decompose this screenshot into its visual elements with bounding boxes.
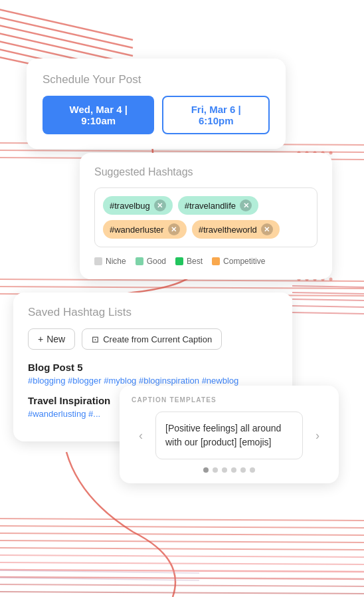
svg-line-18	[0, 519, 364, 521]
new-button-label: New	[46, 334, 65, 344]
legend-dot-best	[175, 257, 183, 265]
legend-niche: Niche	[94, 257, 126, 266]
legend-competitive: Competitive	[212, 257, 265, 266]
legend-good: Good	[136, 257, 166, 266]
caption-label: CAPTION TEMPLATES	[132, 396, 327, 404]
svg-line-24	[0, 562, 364, 564]
legend-label-good: Good	[147, 257, 166, 266]
svg-point-40	[329, 278, 333, 281]
svg-line-29	[0, 570, 199, 573]
caption-prev-button[interactable]: ‹	[132, 426, 150, 445]
pagination-dot-3[interactable]	[222, 467, 227, 473]
hashtag-remove-button[interactable]: ✕	[261, 223, 273, 235]
caption-next-button[interactable]: ›	[308, 426, 327, 445]
hashtag-text: #traveltheworld	[199, 225, 257, 235]
list-item-count: 5	[77, 362, 82, 373]
new-list-button[interactable]: + New	[28, 328, 75, 350]
svg-line-2	[0, 23, 133, 56]
legend-label-niche: Niche	[106, 257, 126, 266]
svg-line-16	[292, 306, 364, 307]
svg-line-10	[0, 279, 364, 281]
svg-line-14	[292, 293, 364, 294]
svg-line-17	[292, 312, 364, 314]
svg-line-13	[292, 286, 364, 287]
hashtag-text: #wanderluster	[110, 225, 164, 235]
svg-line-19	[0, 526, 364, 528]
svg-line-8	[0, 150, 364, 152]
caption-icon: ⊡	[92, 334, 99, 344]
legend-label-best: Best	[187, 257, 203, 266]
caption-text: [Positive feelings] all around with our …	[155, 412, 303, 459]
legend-dot-good	[136, 257, 143, 265]
pagination-dot-5[interactable]	[240, 467, 246, 473]
svg-line-21	[0, 540, 364, 542]
legend-dot-niche	[94, 257, 102, 265]
legend-best: Best	[175, 257, 203, 266]
date-button-1[interactable]: Wed, Mar 4 | 9:10am	[43, 96, 154, 134]
svg-line-23	[0, 555, 364, 557]
hashtag-remove-button[interactable]: ✕	[154, 199, 166, 211]
hashtag-remove-button[interactable]: ✕	[168, 223, 180, 235]
schedule-title: Schedule Your Post	[43, 73, 270, 86]
schedule-buttons: Wed, Mar 4 | 9:10am Fri, Mar 6 | 6:10pm	[43, 96, 270, 134]
svg-line-26	[0, 577, 364, 579]
caption-templates-card: CAPTION TEMPLATES ‹ [Positive feelings] …	[120, 386, 339, 483]
saved-title: Saved Hashtag Lists	[28, 306, 278, 319]
list-item-tags: #blogging #blogger #myblog #bloginspirat…	[28, 376, 278, 386]
svg-line-22	[0, 548, 364, 550]
svg-line-27	[0, 584, 364, 586]
caption-navigation: ‹ [Positive feelings] all around with ou…	[132, 412, 327, 459]
hashtags-card: Suggested Hashtags #travelbug ✕ #travela…	[80, 153, 332, 279]
legend-label-competitive: Competitive	[223, 257, 265, 266]
hashtag-text: #travelbug	[110, 201, 150, 211]
hashtag-text: #travelandlife	[185, 201, 236, 211]
svg-line-1	[0, 15, 133, 48]
hashtag-tag: #traveltheworld ✕	[192, 220, 280, 239]
hashtags-title: Suggested Hashtags	[94, 166, 318, 178]
schedule-card: Schedule Your Post Wed, Mar 4 | 9:10am F…	[27, 59, 286, 149]
hashtag-remove-button[interactable]: ✕	[240, 199, 252, 211]
svg-line-0	[0, 7, 133, 40]
plus-icon: +	[38, 334, 43, 344]
svg-line-20	[0, 533, 364, 535]
create-from-caption-button[interactable]: ⊡ Create from Current Caption	[82, 328, 222, 350]
pagination-dot-4[interactable]	[231, 467, 236, 473]
svg-line-11	[0, 287, 364, 289]
list-item-title: Blog Post 5	[28, 362, 278, 373]
svg-line-28	[0, 592, 364, 594]
date-button-2[interactable]: Fri, Mar 6 | 6:10pm	[162, 96, 270, 134]
svg-line-30	[0, 578, 199, 580]
legend-dot-competitive	[212, 257, 220, 265]
hashtag-tag: #travelandlife ✕	[178, 196, 258, 215]
pagination-dot-2[interactable]	[213, 467, 218, 473]
saved-action-buttons: + New ⊡ Create from Current Caption	[28, 328, 278, 350]
caption-pagination-dots	[132, 467, 327, 473]
hashtag-input-area[interactable]: #travelbug ✕ #travelandlife ✕ #wanderlus…	[94, 187, 318, 247]
pagination-dot-6[interactable]	[250, 467, 255, 473]
svg-point-35	[329, 152, 333, 155]
svg-line-15	[292, 299, 364, 300]
hashtag-list-item[interactable]: Blog Post 5 #blogging #blogger #myblog #…	[28, 362, 278, 386]
pagination-dot-1[interactable]	[203, 467, 209, 473]
caption-button-label: Create from Current Caption	[103, 334, 212, 344]
hashtag-tag: #wanderluster ✕	[103, 220, 187, 239]
hashtag-legend: Niche Good Best Competitive	[94, 257, 318, 266]
svg-line-25	[0, 570, 364, 572]
hashtag-tag: #travelbug ✕	[103, 196, 173, 215]
